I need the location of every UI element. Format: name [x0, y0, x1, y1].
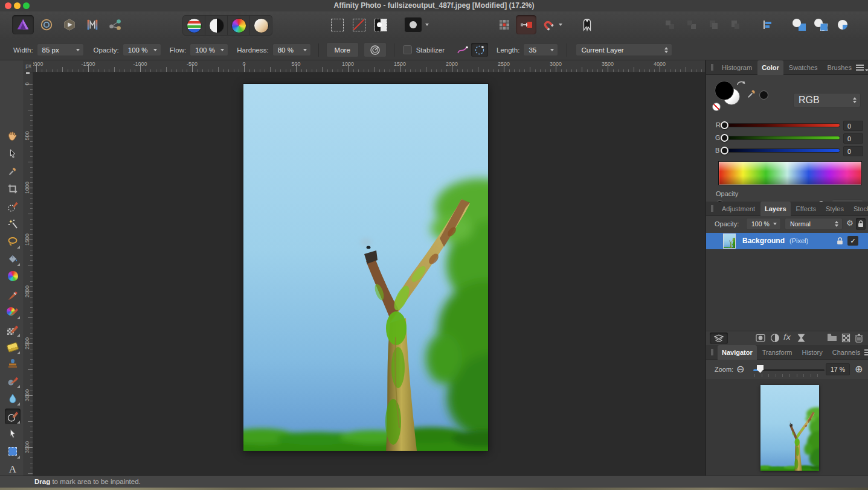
boolean-divide-button[interactable]	[832, 15, 853, 34]
zoom-value-field[interactable]: 17 %	[826, 363, 850, 375]
fullscreen-window-button[interactable]	[23, 2, 30, 9]
tab-histogram[interactable]: Histogram	[718, 60, 756, 75]
new-layer-button[interactable]	[841, 333, 850, 343]
photo-persona-button[interactable]	[12, 15, 34, 34]
mask-layer-button[interactable]	[756, 333, 765, 343]
canvas-area[interactable]	[33, 72, 705, 476]
auto-levels-button[interactable]	[183, 16, 205, 35]
deselect-button[interactable]	[349, 15, 369, 34]
tab-color[interactable]: Color	[757, 60, 783, 75]
selection-brush-tool[interactable]	[5, 199, 21, 214]
tab-swatches[interactable]: Swatches	[785, 60, 822, 75]
panel-menu-icon[interactable]	[864, 349, 868, 355]
marquee-select-tool[interactable]	[5, 444, 21, 459]
layer-row-background[interactable]: Background (Pixel) ✓	[706, 233, 868, 249]
lock-layer-button[interactable]	[856, 218, 866, 230]
tab-history[interactable]: History	[797, 345, 826, 360]
flow-dropdown[interactable]: 100 %	[190, 43, 228, 56]
navigator-preview-area[interactable]	[706, 380, 868, 476]
inpainting-brush-tool[interactable]	[5, 409, 21, 424]
panel-menu-icon[interactable]	[856, 65, 868, 71]
zoom-in-icon[interactable]: ⊕	[855, 363, 863, 375]
target-layer-dropdown[interactable]: Current Layer	[576, 43, 672, 56]
green-slider-knob[interactable]	[721, 134, 728, 142]
move-to-back-button[interactable]	[725, 15, 745, 34]
auto-contrast-button[interactable]	[205, 16, 228, 35]
flood-select-tool[interactable]	[5, 216, 21, 232]
boolean-add-button[interactable]	[789, 15, 809, 34]
no-colour-swatch[interactable]	[712, 103, 721, 111]
green-value-field[interactable]: 0	[843, 133, 863, 144]
invert-selection-button[interactable]	[370, 15, 391, 34]
panel-grip-icon[interactable]	[711, 64, 713, 71]
red-slider-knob[interactable]	[721, 121, 728, 129]
layers-opacity-dropdown[interactable]: 100 %	[746, 218, 781, 230]
document-view[interactable]	[243, 84, 488, 451]
layers-empty-area[interactable]	[706, 249, 868, 331]
more-button[interactable]: More	[326, 42, 359, 57]
snapping-grid-button[interactable]	[494, 15, 515, 34]
move-backward-button[interactable]	[703, 15, 724, 34]
snapping-magnet-button[interactable]	[538, 15, 558, 34]
ruler-unit[interactable]: px	[24, 60, 33, 72]
tab-adjustment[interactable]: Adjustment	[718, 202, 759, 216]
auto-colours-button[interactable]	[228, 16, 250, 35]
blue-slider-track[interactable]	[724, 148, 840, 153]
flood-fill-tool[interactable]	[5, 251, 21, 267]
node-tool[interactable]	[5, 426, 21, 442]
panel-grip-icon[interactable]	[711, 205, 713, 212]
group-layers-button[interactable]	[827, 333, 837, 342]
close-window-button[interactable]	[5, 2, 11, 9]
tone-mapping-persona-button[interactable]	[82, 15, 103, 34]
view-tool[interactable]	[5, 129, 21, 144]
crop-tool[interactable]	[5, 181, 21, 197]
quick-mask-menu-arrow[interactable]	[423, 15, 431, 34]
export-persona-button[interactable]	[104, 15, 126, 34]
move-tool[interactable]	[5, 146, 21, 162]
layer-effects-button[interactable]: fx	[783, 332, 790, 342]
move-forward-button[interactable]	[681, 15, 702, 34]
rope-stabilizer-toggle[interactable]	[454, 43, 471, 57]
minimize-window-button[interactable]	[14, 2, 21, 9]
window-stabilizer-toggle[interactable]	[471, 43, 488, 57]
brush-dynamics-button[interactable]	[364, 42, 387, 57]
clone-stamp-tool[interactable]	[5, 356, 21, 372]
layer-lock-icon[interactable]	[837, 237, 843, 245]
force-pixel-alignment-button[interactable]	[516, 15, 536, 34]
length-dropdown[interactable]: 35	[523, 43, 558, 56]
layer-stack-button[interactable]	[710, 332, 728, 344]
colour-replacement-brush-tool[interactable]	[5, 304, 21, 320]
tab-transform[interactable]: Transform	[758, 345, 797, 360]
alignment-button[interactable]	[756, 15, 778, 34]
width-dropdown[interactable]: 85 px	[37, 43, 84, 56]
colour-mode-dropdown[interactable]: RGB	[793, 93, 861, 107]
freehand-selection-tool[interactable]	[5, 234, 21, 249]
blur-tool[interactable]	[5, 390, 21, 406]
eraser-tool[interactable]	[5, 339, 21, 355]
red-value-field[interactable]: 0	[843, 121, 863, 131]
snapping-menu-arrow[interactable]	[557, 15, 564, 34]
tab-layers[interactable]: Layers	[760, 202, 790, 216]
tab-effects[interactable]: Effects	[792, 202, 820, 216]
tab-stock[interactable]: Stock	[849, 202, 868, 216]
zoom-out-icon[interactable]: ⊖	[736, 363, 744, 375]
dodge-brush-tool[interactable]	[5, 373, 21, 389]
tab-navigator[interactable]: Navigator	[718, 345, 757, 360]
zoom-slider-track[interactable]	[753, 369, 825, 371]
move-to-front-button[interactable]	[660, 15, 680, 34]
hardness-dropdown[interactable]: 80 %	[272, 43, 311, 56]
live-filter-button[interactable]	[797, 333, 806, 343]
develop-persona-button[interactable]	[59, 15, 80, 34]
green-slider-track[interactable]	[724, 136, 840, 140]
navigator-thumbnail[interactable]	[760, 385, 819, 471]
gradient-tool[interactable]	[5, 268, 21, 284]
pixel-tool[interactable]	[5, 322, 21, 337]
quick-mask-button[interactable]	[403, 15, 423, 34]
select-all-button[interactable]	[327, 15, 347, 34]
zoom-slider-knob[interactable]	[757, 365, 764, 373]
layer-thumbnail[interactable]	[723, 234, 736, 249]
paint-brush-tool[interactable]	[5, 288, 21, 304]
swap-colours-icon[interactable]	[736, 80, 746, 88]
panel-grip-icon[interactable]	[711, 349, 713, 355]
red-slider-track[interactable]	[724, 123, 840, 127]
